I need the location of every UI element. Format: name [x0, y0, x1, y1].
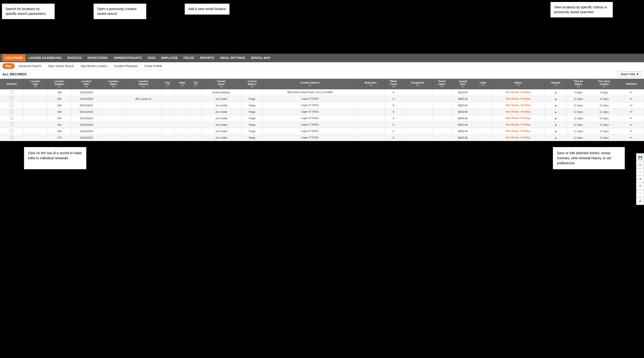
cell-time-as-status: 11 days — [567, 115, 590, 121]
cell-letter — [474, 102, 492, 109]
collapse-icon[interactable]: ‹ — [637, 169, 644, 175]
app-container: Search for locations by specific search … — [0, 0, 644, 177]
cell-city — [161, 89, 174, 96]
cell-uploads[interactable]: ▲ — [544, 109, 567, 115]
cell-selected[interactable] — [0, 102, 24, 109]
cell-selected[interactable] — [0, 121, 24, 128]
cell-edit-view[interactable]: ✏ — [618, 128, 644, 134]
cell-bedrooms — [357, 109, 384, 115]
cell-edit-view[interactable]: ✏ — [618, 115, 644, 121]
cell-edit-view[interactable]: ✏ — [618, 89, 644, 96]
cell-location-address: 801 sunset dr — [126, 96, 161, 102]
cell-edit-view[interactable]: ✏ — [618, 96, 644, 102]
subnav-advanced-search[interactable]: Advanced Search — [16, 63, 44, 69]
row-checkbox[interactable] — [10, 129, 13, 132]
row-checkbox[interactable] — [10, 116, 13, 120]
cell-selected[interactable] — [0, 109, 24, 115]
cell-selected[interactable] — [0, 134, 24, 141]
cell-time-since-created: 11 days — [590, 121, 618, 128]
subnav-new-rental-location[interactable]: New Rental Location — [78, 63, 110, 69]
cell-letter — [474, 89, 492, 96]
refresh-icon[interactable]: ↺ — [637, 176, 644, 177]
subnav-check-airbnb[interactable]: Check AirBnb — [142, 63, 165, 69]
save-icon[interactable]: 💾 — [637, 154, 644, 161]
row-checkbox[interactable] — [10, 91, 13, 94]
nav-item-employee[interactable]: EMPLOYEE — [158, 54, 180, 62]
row-checkbox[interactable] — [10, 97, 13, 100]
cell-uploads[interactable]: ▲ — [544, 134, 567, 141]
row-checkbox[interactable] — [10, 136, 13, 139]
col-location-name: LocationName⬆⬇ — [102, 79, 126, 89]
cell-contact-name: Jon Goble — [202, 134, 241, 141]
cell-city — [161, 102, 174, 109]
cell-selected[interactable] — [0, 115, 24, 121]
cell-selected[interactable] — [0, 96, 24, 102]
cell-edit-view[interactable]: ✏ — [618, 102, 644, 109]
cell-status: New Rental - Pending — [492, 134, 544, 141]
cell-location-number: 183 — [47, 109, 71, 115]
nav-item-fees[interactable]: FEES — [145, 54, 158, 62]
select-view-button[interactable]: Select View ▼ — [618, 71, 642, 77]
cell-selected[interactable] — [0, 128, 24, 134]
callout-edit-row: Click on the row of a record to make edi… — [24, 147, 86, 169]
cell-location-number: 185 — [47, 96, 71, 102]
cell-letter — [474, 134, 492, 141]
table-wrapper: Selected LocationType⬆⬇ LocationNumber⬆⬇… — [0, 79, 644, 141]
cell-owner-status — [432, 89, 452, 96]
table-row[interactable]: 182 05/10/2024 Jon Goble Paige Logan UT … — [0, 115, 644, 121]
col-time-as-status: Time AsStatus⬆⬇ — [567, 79, 590, 89]
records-header: ALL RECORDS Select View ▼ — [0, 70, 644, 79]
nav-item-rental-map[interactable]: RENTAL MAP — [248, 54, 273, 62]
cell-edit-view[interactable]: ✏ — [618, 109, 644, 115]
cell-pillow-count: 0 — [384, 102, 402, 109]
table-row[interactable]: 181 05/10/2024 Jon Goble Paige Logan UT … — [0, 121, 644, 128]
cell-location-number: 182 — [47, 115, 71, 121]
cell-state — [174, 134, 190, 141]
cell-location-name — [102, 109, 126, 115]
nav-item-reports[interactable]: REPORTS — [197, 54, 217, 62]
cell-status: New Rental - Pending — [492, 89, 544, 96]
subnav-open-saved-search[interactable]: Open Saved Search — [45, 63, 77, 69]
cell-location-address — [126, 121, 161, 128]
row-checkbox[interactable] — [10, 110, 13, 113]
cell-uploads[interactable]: ▲ — [544, 115, 567, 121]
cell-uploads[interactable]: ▲ — [544, 96, 567, 102]
cell-edit-view[interactable]: ✏ — [618, 134, 644, 141]
check-icon[interactable]: ☑ — [637, 161, 644, 168]
table-row[interactable]: 186 05/16/2024 Emilee Wilcken 998 Piedmo… — [0, 89, 644, 96]
cell-selected[interactable] — [0, 89, 24, 96]
table-row[interactable]: 183 05/10/2024 Jon Goble Paige Logan UT … — [0, 109, 644, 115]
cell-pillow-count: 0 — [384, 96, 402, 102]
cell-uploads[interactable]: ▲ — [544, 102, 567, 109]
nav-item-email-settings[interactable]: EMAIL SETTINGS — [217, 54, 248, 62]
cell-contact-name: Jon Goble — [202, 96, 241, 102]
nav-item-owners-tenants[interactable]: OWNERS/TENANTS — [110, 54, 145, 62]
nav-item-fields[interactable]: FIELDS — [180, 54, 197, 62]
table-row[interactable]: 185 05/10/2024 801 sunset dr Jon Goble P… — [0, 96, 644, 102]
cell-location-date: 05/10/2024 — [71, 102, 102, 109]
table-row[interactable]: 184 05/10/2024 Jon Goble Paige Logan UT … — [0, 102, 644, 109]
cell-complaints — [402, 102, 432, 109]
nav-item-inspections[interactable]: INSPECTIONS — [85, 54, 111, 62]
row-checkbox[interactable] — [10, 103, 13, 107]
cell-state — [174, 121, 190, 128]
nav-item-locations[interactable]: LOCATIONS — [2, 54, 26, 62]
cell-contact-name: Emilee Wilcken — [202, 89, 241, 96]
cell-zip — [190, 96, 202, 102]
subnav-location-requests[interactable]: Location Requests — [111, 63, 140, 69]
nav-item-invoices[interactable]: INVOICES — [64, 54, 85, 62]
table-row[interactable]: 179 05/10/2024 Jon Goble Paige Logan UT … — [0, 134, 644, 141]
cell-status: New Rental - Pending — [492, 102, 544, 109]
subnav-main[interactable]: Main — [2, 63, 15, 69]
cell-city — [161, 134, 174, 141]
cell-uploads[interactable]: ▲ — [544, 89, 567, 96]
table-row[interactable]: 180 05/10/2024 Jon Goble Paige Logan UT … — [0, 128, 644, 134]
nav-item-license-dashboard[interactable]: LICENSE DASHBOARD — [26, 54, 64, 62]
cell-unpaid-fees: $650.00 — [452, 128, 474, 134]
cell-uploads[interactable]: ▲ — [544, 128, 567, 134]
cell-uploads[interactable]: ▲ — [544, 121, 567, 128]
row-checkbox[interactable] — [10, 123, 13, 126]
cell-edit-view[interactable]: ✏ — [618, 121, 644, 128]
cell-location-date: 05/10/2024 — [71, 109, 102, 115]
cell-time-since-created: 11 days — [590, 102, 618, 109]
